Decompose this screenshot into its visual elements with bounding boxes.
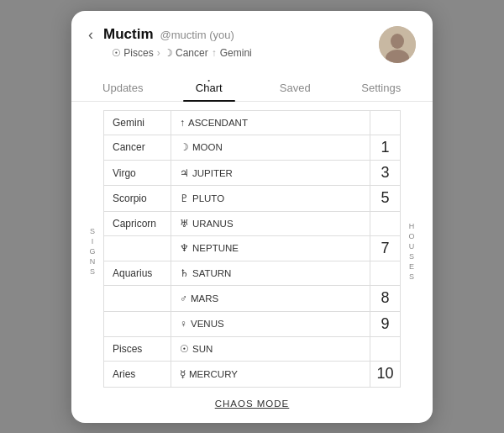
- cell-planet: ↑ASCENDANT: [171, 110, 370, 135]
- table-row: Capricorn♅URANUS: [104, 211, 401, 235]
- planet-symbol: ♃: [180, 167, 189, 179]
- planet-symbol: ☽: [180, 141, 189, 153]
- cell-house: [370, 261, 401, 286]
- cell-planet: ☽MOON: [171, 135, 370, 160]
- planet-symbol: ↑: [180, 117, 185, 129]
- tab-updates[interactable]: Updates: [80, 75, 166, 101]
- cell-sign: Cancer: [104, 135, 171, 160]
- table-row: Aries☿MERCURY10: [104, 362, 401, 387]
- sign-asc: Gemini: [220, 47, 252, 59]
- houses-label: HOUSES: [404, 117, 419, 388]
- main-card: ‹ Muctim @muctim (you) ☉ Pisces › ☽ Canc…: [71, 11, 433, 423]
- cell-sign: Scorpio: [104, 186, 171, 211]
- cell-house: [370, 110, 401, 135]
- cell-sign: [104, 311, 171, 336]
- cell-planet: ♆NEPTUNE: [171, 235, 370, 261]
- planet-symbol: ☉: [180, 343, 189, 355]
- cell-sign: Aries: [104, 362, 171, 387]
- sign-sun: ☉ Pisces: [112, 47, 154, 59]
- cell-sign: [104, 286, 171, 311]
- header-top: ‹ Muctim @muctim (you): [88, 26, 252, 44]
- table-row: ♂MARS8: [104, 286, 401, 311]
- username: Muctim: [103, 26, 154, 43]
- cell-house: [370, 336, 401, 361]
- you-label: @muctim (you): [160, 29, 234, 41]
- avatar: [379, 26, 416, 63]
- cell-house: 7: [370, 235, 401, 261]
- back-button[interactable]: ‹: [88, 26, 93, 44]
- table-row: ♀VENUS9: [104, 311, 401, 336]
- cell-planet: ☉SUN: [171, 336, 370, 361]
- svg-point-1: [391, 34, 404, 49]
- sign-moon: ☽ Cancer: [164, 47, 208, 59]
- planet-symbol: ♆: [180, 242, 189, 254]
- table-row: Aquarius♄SATURN: [104, 261, 401, 286]
- tab-saved[interactable]: Saved: [252, 75, 339, 101]
- cell-house: 1: [370, 135, 401, 160]
- cell-house: 3: [370, 161, 401, 186]
- cell-planet: ♇PLUTO: [171, 186, 370, 211]
- cell-planet: ♂MARS: [171, 286, 370, 311]
- table-row: Virgo♃JUPITER3: [104, 161, 401, 186]
- tab-bar: Updates Chart Saved Settings: [71, 75, 433, 102]
- chart-area: SIGNS Gemini↑ASCENDANTCancer☽MOON1Virgo♃…: [71, 102, 433, 388]
- cell-planet: ♅URANUS: [171, 211, 370, 235]
- table-row: Pisces☉SUN: [104, 336, 401, 361]
- cell-house: [370, 211, 401, 235]
- cell-planet: ♃JUPITER: [171, 161, 370, 186]
- signs-label: SIGNS: [85, 117, 100, 388]
- cell-sign: Pisces: [104, 336, 171, 361]
- cell-sign: Virgo: [104, 161, 171, 186]
- table-row: ♆NEPTUNE7: [104, 235, 401, 261]
- planet-symbol: ♂: [180, 293, 187, 304]
- table-row: Gemini↑ASCENDANT: [104, 110, 401, 135]
- cell-sign: Capricorn: [104, 211, 171, 235]
- cell-planet: ☿MERCURY: [171, 362, 370, 387]
- header-left: ‹ Muctim @muctim (you) ☉ Pisces › ☽ Canc…: [88, 26, 252, 59]
- tab-settings[interactable]: Settings: [339, 75, 425, 101]
- cell-house: 8: [370, 286, 401, 311]
- planet-symbol: ♄: [180, 267, 189, 279]
- profile-header: ‹ Muctim @muctim (you) ☉ Pisces › ☽ Canc…: [71, 11, 433, 63]
- cell-sign: Aquarius: [104, 261, 171, 286]
- cell-house: 10: [370, 362, 401, 387]
- chaos-footer: CHAOS MODE: [71, 388, 433, 423]
- chaos-mode-link[interactable]: CHAOS MODE: [215, 399, 290, 409]
- table-wrap: Gemini↑ASCENDANTCancer☽MOON1Virgo♃JUPITE…: [103, 110, 401, 388]
- table-row: Scorpio♇PLUTO5: [104, 186, 401, 211]
- planet-symbol: ♀: [180, 318, 187, 330]
- planet-symbol: ♇: [180, 193, 189, 204]
- planet-symbol: ☿: [180, 368, 186, 380]
- cell-planet: ♀VENUS: [171, 311, 370, 336]
- chart-table: Gemini↑ASCENDANTCancer☽MOON1Virgo♃JUPITE…: [103, 110, 401, 388]
- planet-symbol: ♅: [180, 218, 189, 230]
- cell-sign: [104, 235, 171, 261]
- tab-chart[interactable]: Chart: [166, 75, 253, 101]
- signs-row: ☉ Pisces › ☽ Cancer ↑ Gemini: [112, 47, 252, 59]
- cell-house: 5: [370, 186, 401, 211]
- cell-planet: ♄SATURN: [171, 261, 370, 286]
- cell-house: 9: [370, 311, 401, 336]
- cell-sign: Gemini: [104, 110, 171, 135]
- table-row: Cancer☽MOON1: [104, 135, 401, 160]
